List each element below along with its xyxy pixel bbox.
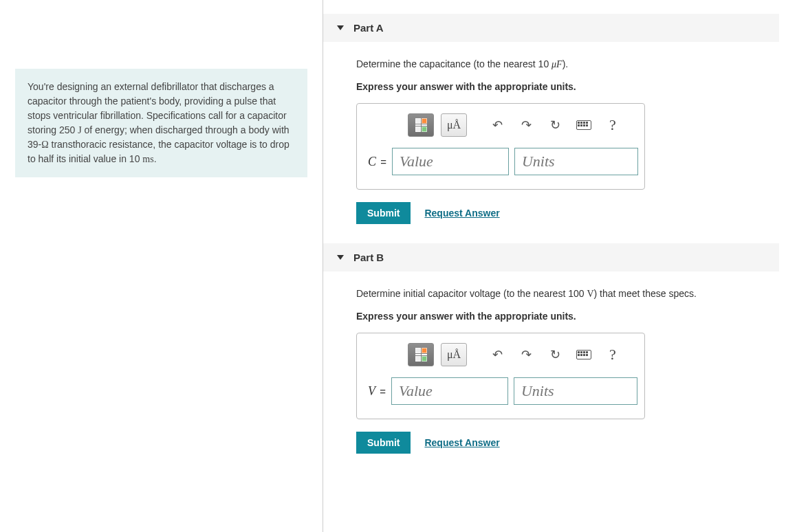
- part-b-prompt: Determine initial capacitor voltage (to …: [356, 287, 772, 301]
- part-a-header[interactable]: Part A: [323, 14, 779, 42]
- unit-ms: ms: [142, 154, 153, 164]
- part-b-header[interactable]: Part B: [323, 243, 779, 271]
- part-b-body: Determine initial capacitor voltage (to …: [323, 271, 786, 473]
- reset-icon[interactable]: ↻: [544, 344, 566, 365]
- part-b-answer-widget: μÅ ↶ ↷ ↻ ? V =: [356, 333, 645, 419]
- part-a-body: Determine the capacitance (to the neares…: [323, 42, 786, 243]
- part-a-submit-button[interactable]: Submit: [356, 202, 411, 224]
- fraction-template-button[interactable]: [408, 113, 434, 137]
- unit-volt: V: [587, 289, 593, 299]
- part-b-request-answer-link[interactable]: Request Answer: [424, 437, 499, 448]
- problem-statement: You're designing an external defibrillat…: [15, 69, 307, 177]
- part-a-prompt: Determine the capacitance (to the neares…: [356, 57, 772, 71]
- reset-icon[interactable]: ↻: [544, 115, 566, 135]
- part-b-submit-button[interactable]: Submit: [356, 432, 411, 454]
- help-icon[interactable]: ?: [602, 344, 624, 365]
- redo-icon[interactable]: ↷: [515, 344, 537, 365]
- redo-icon[interactable]: ↷: [515, 115, 537, 135]
- part-b-units-input[interactable]: [514, 377, 637, 405]
- part-a-instruction: Express your answer with the appropriate…: [356, 81, 772, 92]
- intro-text-3: transthoracic resistance, the capacitor …: [28, 139, 290, 164]
- part-a-variable: C =: [368, 155, 386, 169]
- units-picker-button[interactable]: μÅ: [441, 113, 467, 137]
- unit-ohm: Ω: [41, 140, 48, 150]
- part-b-title: Part B: [353, 252, 384, 263]
- part-a-request-answer-link[interactable]: Request Answer: [424, 208, 499, 219]
- units-picker-button[interactable]: μÅ: [441, 343, 467, 366]
- part-b-variable: V =: [368, 384, 386, 399]
- caret-down-icon: [337, 25, 344, 30]
- part-a-units-input[interactable]: [514, 148, 638, 175]
- part-a-value-input[interactable]: [392, 148, 509, 175]
- keyboard-icon[interactable]: [573, 344, 595, 365]
- keyboard-icon[interactable]: [573, 115, 595, 135]
- undo-icon[interactable]: ↶: [486, 115, 508, 135]
- help-icon[interactable]: ?: [602, 115, 624, 135]
- fraction-template-button[interactable]: [408, 343, 434, 366]
- part-b-value-input[interactable]: [391, 377, 508, 405]
- part-b-instruction: Express your answer with the appropriate…: [356, 311, 772, 322]
- caret-down-icon: [337, 255, 344, 260]
- part-a-answer-widget: μÅ ↶ ↷ ↻ ? C =: [356, 103, 645, 190]
- unit-microfarad: μF: [552, 59, 563, 69]
- undo-icon[interactable]: ↶: [486, 344, 508, 365]
- intro-text-4: .: [154, 153, 157, 164]
- part-a-title: Part A: [353, 22, 384, 34]
